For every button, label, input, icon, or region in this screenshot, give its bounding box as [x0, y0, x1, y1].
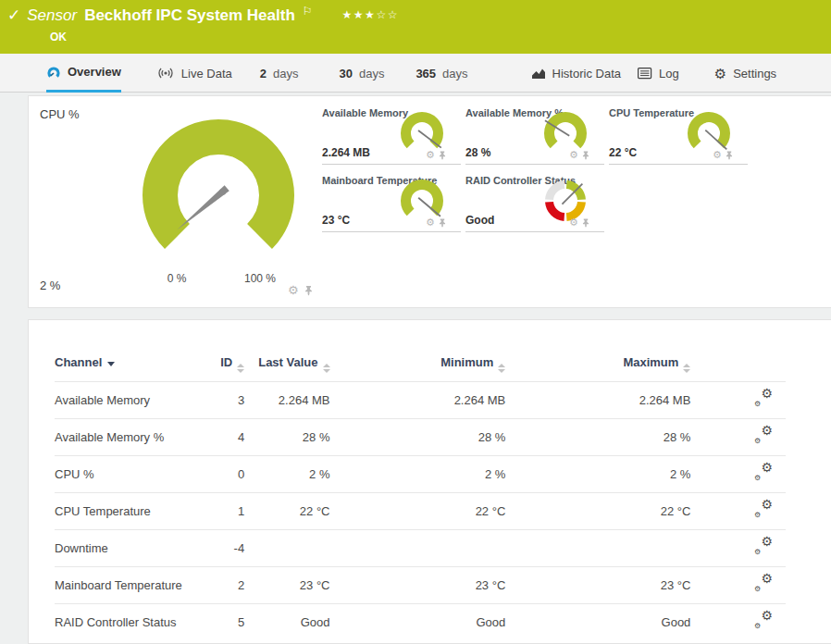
pin-icon[interactable]	[726, 151, 733, 160]
star-empty-icon[interactable]: ☆	[376, 8, 387, 21]
star-rating[interactable]: ★★★☆☆	[342, 8, 399, 21]
column-header-minimum[interactable]: Minimum	[330, 355, 506, 382]
cell-last-value: 23 °C	[244, 567, 329, 604]
mini-gauge-value: 23 °C	[322, 214, 350, 227]
mini-gauge-title: Available Memory	[322, 107, 408, 118]
cell-minimum: 2.264 MB	[330, 382, 506, 419]
table-row: Available Memory %428 %28 %28 %⚙⚙	[55, 419, 786, 456]
star-empty-icon[interactable]: ☆	[388, 8, 399, 21]
tab-label: Historic Data	[552, 67, 621, 80]
tab-live-data[interactable]: Live Data	[156, 54, 232, 93]
mini-gauge-mainboard-temperature[interactable]: Mainboard Temperature23 °C⚙	[322, 171, 461, 232]
table-row: Downtime-4⚙⚙	[55, 530, 786, 567]
tab-label: Live Data	[181, 67, 232, 80]
mini-gauge-value: Good	[465, 214, 494, 227]
priority-flag-icon[interactable]: ⚐	[303, 5, 313, 18]
pin-icon[interactable]	[582, 151, 589, 160]
cell-channel: Available Memory	[55, 382, 206, 419]
cell-channel: CPU Temperature	[55, 493, 206, 530]
star-filled-icon[interactable]: ★	[342, 8, 353, 21]
cell-minimum: 2 %	[330, 456, 506, 493]
gauges-panel: CPU % 0 % 100 % 2 % ⚙ Available Memory2.…	[28, 95, 831, 308]
mini-gauge-cpu-temperature[interactable]: CPU Temperature22 °C⚙	[609, 104, 748, 165]
object-kind-label: Sensor	[27, 6, 77, 25]
sort-icon	[683, 364, 690, 373]
main-gauge-value: 2 %	[40, 279, 60, 292]
cell-id: -4	[206, 530, 244, 567]
channel-table: Channel ID Last Value Minimum Maximum Av…	[55, 355, 786, 640]
column-header-channel[interactable]: Channel	[55, 355, 206, 382]
pin-icon[interactable]	[582, 218, 589, 228]
tab-label: days	[442, 67, 467, 80]
pin-icon[interactable]	[439, 151, 446, 160]
cell-maximum: 2 %	[505, 456, 690, 493]
column-header-maximum[interactable]: Maximum	[505, 355, 690, 382]
star-filled-icon[interactable]: ★	[365, 8, 376, 21]
gear-icon[interactable]: ⚙	[569, 217, 578, 228]
channel-settings-gears-icon[interactable]: ⚙⚙	[752, 539, 773, 555]
tab-label: Settings	[733, 67, 776, 80]
cell-maximum: 2.264 MB	[505, 382, 690, 419]
cpu-gauge-holder[interactable]	[126, 105, 311, 270]
channel-settings-gears-icon[interactable]: ⚙⚙	[752, 613, 773, 629]
mini-gauge-available-memory[interactable]: Available Memory2.264 MB⚙	[322, 104, 461, 165]
table-row: CPU %02 %2 %2 %⚙⚙	[55, 456, 786, 493]
tab-label: Overview	[68, 65, 121, 79]
gear-icon[interactable]: ⚙	[426, 150, 435, 160]
cell-last-value: 22 °C	[244, 493, 329, 530]
cell-maximum: 28 %	[505, 419, 690, 456]
tab-historic-data[interactable]: Historic Data	[531, 54, 621, 93]
channel-settings-gears-icon[interactable]: ⚙⚙	[752, 502, 773, 518]
prtg-sensor-page: { "header": { "kind": "Sensor", "title":…	[0, 0, 831, 644]
table-row: Available Memory32.264 MB2.264 MB2.264 M…	[55, 382, 786, 419]
channel-settings-gears-icon[interactable]: ⚙⚙	[752, 464, 773, 481]
sort-icon	[237, 364, 244, 373]
cell-maximum	[505, 530, 690, 567]
gear-icon[interactable]: ⚙	[569, 150, 578, 160]
sort-icon	[323, 364, 330, 373]
cell-last-value: 2.264 MB	[244, 382, 329, 419]
gear-icon[interactable]: ⚙	[426, 217, 435, 228]
historic-chart-icon	[531, 68, 546, 80]
column-header-last-value[interactable]: Last Value	[244, 355, 329, 382]
status-check-icon: ✓	[7, 6, 20, 25]
cell-id: 2	[206, 567, 244, 604]
cell-id: 5	[206, 604, 244, 641]
cell-minimum: 23 °C	[330, 567, 506, 604]
tab-label: Log	[659, 67, 679, 80]
gauge-min-label: 0 %	[167, 272, 187, 285]
cell-last-value: Good	[244, 604, 329, 641]
cell-id: 0	[206, 456, 244, 493]
cell-id: 3	[206, 382, 244, 419]
column-header-id[interactable]: ID	[206, 355, 244, 382]
mini-gauge-title: CPU Temperature	[609, 107, 694, 118]
mini-gauge-actions: ⚙	[426, 217, 446, 228]
channel-settings-gears-icon[interactable]: ⚙⚙	[752, 390, 773, 407]
cell-actions: ⚙⚙	[690, 604, 786, 641]
pin-icon[interactable]	[304, 285, 313, 296]
channel-settings-gears-icon[interactable]: ⚙⚙	[752, 576, 773, 592]
table-row: RAID Controller Status5GoodGoodGood⚙⚙	[55, 604, 786, 641]
table-row: CPU Temperature122 °C22 °C22 °C⚙⚙	[55, 493, 786, 530]
pin-icon[interactable]	[439, 218, 446, 228]
tab-settings[interactable]: ⚙ Settings	[714, 54, 776, 93]
channel-settings-gears-icon[interactable]: ⚙⚙	[752, 427, 773, 444]
column-header-actions	[690, 355, 786, 382]
gear-icon[interactable]: ⚙	[713, 150, 722, 160]
table-row: Mainboard Temperature223 °C23 °C23 °C⚙⚙	[55, 567, 786, 604]
mini-gauge-available-memory[interactable]: Available Memory %28 %⚙	[465, 104, 604, 165]
main-gauge-actions: ⚙	[288, 284, 313, 296]
tab-overview[interactable]: Overview	[46, 54, 121, 93]
tab-2-days[interactable]: 2 days	[260, 54, 299, 93]
tab-30-days[interactable]: 30 days	[339, 54, 384, 93]
tab-365-days[interactable]: 365 days	[416, 54, 467, 93]
main-gauge-title: CPU %	[40, 107, 80, 121]
cell-maximum: Good	[505, 604, 690, 641]
gear-icon[interactable]: ⚙	[288, 284, 299, 296]
mini-gauge-value: 22 °C	[609, 146, 637, 159]
cell-maximum: 22 °C	[505, 493, 690, 530]
cell-actions: ⚙⚙	[690, 419, 786, 456]
tab-log[interactable]: Log	[638, 54, 679, 93]
star-filled-icon[interactable]: ★	[353, 8, 365, 21]
mini-gauge-raid-controller-status[interactable]: RAID Controller StatusGood⚙	[465, 171, 604, 232]
